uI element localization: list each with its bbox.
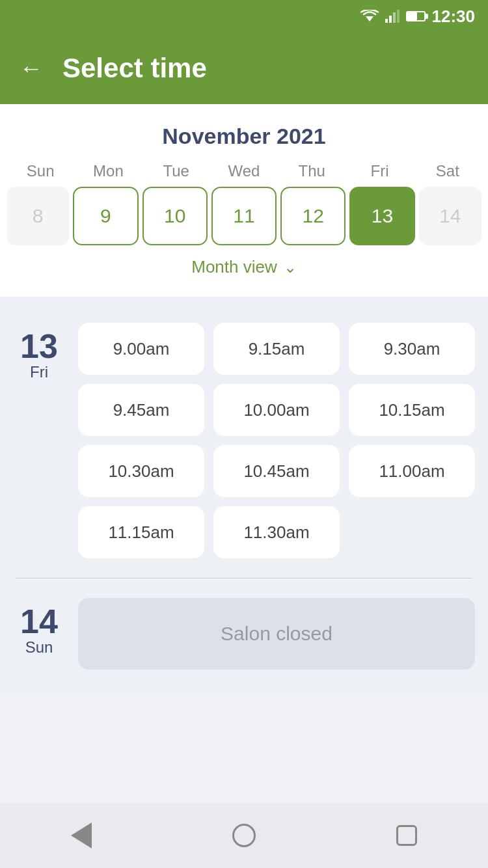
header: ← Select time [0,33,488,104]
date-10[interactable]: 10 [142,187,208,245]
day-14-label: 14 Sun [13,598,65,670]
weekday-tue: Tue [142,162,210,187]
svg-marker-0 [366,16,373,21]
month-view-toggle[interactable]: Month view ⌄ [0,245,488,284]
time-slot-1030am[interactable]: 10.30am [78,445,204,497]
back-nav-icon [71,822,92,848]
wifi-icon [360,10,379,23]
weekday-sun: Sun [7,162,74,187]
day-14-number: 14 [20,604,58,638]
time-slot-930am[interactable]: 9.30am [349,323,475,375]
weekday-wed: Wed [210,162,278,187]
svg-rect-4 [397,10,400,23]
weekday-thu: Thu [278,162,346,187]
weekday-mon: Mon [74,162,142,187]
calendar-section: November 2021 Sun Mon Tue Wed Thu Fri Sa… [0,104,488,297]
bottom-nav [0,803,488,868]
day-13-section: 13 Fri 9.00am 9.15am 9.30am 9.45am 10.00… [0,310,488,571]
time-slot-900am[interactable]: 9.00am [78,323,204,375]
nav-back-button[interactable] [62,816,101,855]
weekday-fri: Fri [346,162,413,187]
date-12[interactable]: 12 [280,187,346,245]
date-9[interactable]: 9 [73,187,138,245]
day-14-section: 14 Sun Salon closed [0,585,488,683]
home-nav-icon [232,824,256,847]
status-bar: 12:30 [0,0,488,33]
chevron-down-icon: ⌄ [284,258,297,277]
dates-row: 8 9 10 11 12 13 14 [0,187,488,245]
time-slot-945am[interactable]: 9.45am [78,384,204,436]
time-slot-1130am[interactable]: 11.30am [213,506,340,558]
salon-closed-label: Salon closed [221,623,332,645]
time-slot-915am[interactable]: 9.15am [213,323,340,375]
day-13-number: 13 [20,329,58,363]
signal-icon [385,10,400,23]
battery-icon [406,11,426,21]
time-slot-1000am[interactable]: 10.00am [213,384,340,436]
day-13-label: 13 Fri [13,323,65,558]
date-8[interactable]: 8 [7,187,69,245]
status-time: 12:30 [432,7,476,27]
day-13-time-grid: 9.00am 9.15am 9.30am 9.45am 10.00am 10.1… [78,323,475,558]
time-slot-1115am[interactable]: 11.15am [78,506,204,558]
nav-home-button[interactable] [224,816,264,855]
time-slot-1100am[interactable]: 11.00am [349,445,475,497]
day-13-name: Fri [30,363,48,381]
day-14-name: Sun [25,638,53,657]
salon-closed-box: Salon closed [78,598,475,670]
svg-rect-3 [393,12,396,23]
date-14[interactable]: 14 [419,187,481,245]
weekdays-row: Sun Mon Tue Wed Thu Fri Sat [0,162,488,187]
date-13[interactable]: 13 [349,187,414,245]
svg-rect-2 [389,16,392,23]
month-view-label: Month view [191,257,277,277]
time-slot-1045am[interactable]: 10.45am [213,445,340,497]
nav-recents-button[interactable] [387,816,426,855]
back-button[interactable]: ← [20,57,43,80]
day-divider [16,578,472,578]
month-year-label: November 2021 [0,104,488,162]
date-11[interactable]: 11 [211,187,277,245]
status-icons: 12:30 [360,7,476,27]
time-slots-container: 13 Fri 9.00am 9.15am 9.30am 9.45am 10.00… [0,297,488,696]
time-slot-1015am[interactable]: 10.15am [349,384,475,436]
svg-rect-1 [385,19,388,23]
weekday-sat: Sat [414,162,481,187]
page-title: Select time [62,53,207,84]
recents-nav-icon [396,825,417,846]
